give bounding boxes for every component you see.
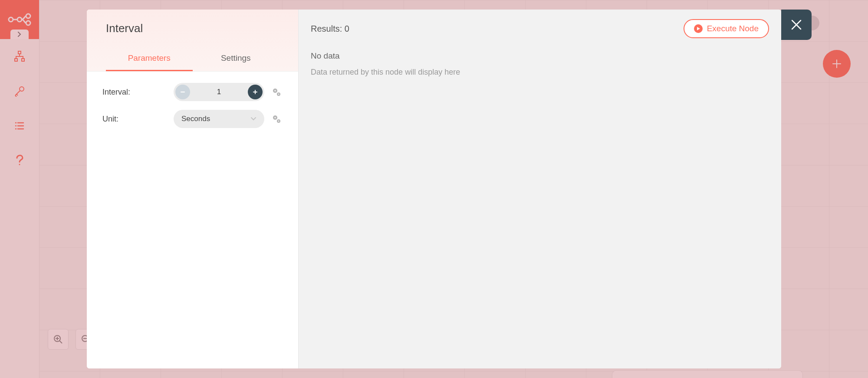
svg-point-12 bbox=[274, 90, 276, 92]
plus-icon bbox=[253, 89, 258, 95]
unit-select[interactable]: Seconds bbox=[174, 110, 264, 128]
execute-node-label: Execute Node bbox=[707, 24, 759, 33]
panel-header: Interval Parameters Settings bbox=[87, 10, 298, 71]
execute-node-button[interactable]: Execute Node bbox=[684, 19, 769, 38]
param-label-unit: Unit: bbox=[102, 115, 168, 124]
tab-parameters[interactable]: Parameters bbox=[106, 47, 193, 71]
node-config-panel: Interval Parameters Settings Interval: 1 bbox=[87, 10, 299, 368]
play-icon bbox=[694, 24, 703, 33]
svg-point-17 bbox=[278, 121, 279, 122]
node-title: Interval bbox=[106, 22, 279, 35]
unit-options-button[interactable] bbox=[270, 113, 283, 125]
chevron-down-icon bbox=[250, 117, 256, 121]
interval-options-button[interactable] bbox=[270, 86, 283, 98]
close-modal-button[interactable] bbox=[781, 10, 812, 40]
results-header: Results: 0 Execute Node bbox=[311, 19, 769, 38]
param-row-interval: Interval: 1 bbox=[102, 83, 283, 101]
config-tabs: Parameters Settings bbox=[106, 47, 279, 71]
tab-settings[interactable]: Settings bbox=[193, 47, 279, 71]
interval-value[interactable]: 1 bbox=[190, 88, 248, 96]
no-data-title: No data bbox=[311, 51, 769, 61]
minus-icon bbox=[180, 89, 185, 95]
parameters-body: Interval: 1 U bbox=[87, 71, 298, 148]
gears-icon bbox=[272, 87, 281, 97]
unit-select-value: Seconds bbox=[181, 115, 210, 123]
param-label-interval: Interval: bbox=[102, 88, 168, 97]
svg-point-16 bbox=[274, 117, 276, 118]
increment-button[interactable] bbox=[248, 85, 263, 99]
close-icon bbox=[790, 18, 803, 31]
svg-point-13 bbox=[278, 94, 279, 95]
gears-icon bbox=[272, 114, 281, 124]
decrement-button[interactable] bbox=[175, 85, 190, 99]
interval-number-input[interactable]: 1 bbox=[174, 83, 264, 101]
param-row-unit: Unit: Seconds bbox=[102, 110, 283, 128]
results-count: Results: 0 bbox=[311, 24, 349, 34]
node-editor-modal: Interval Parameters Settings Interval: 1 bbox=[87, 10, 781, 368]
node-output-panel: Results: 0 Execute Node No data Data ret… bbox=[299, 10, 781, 368]
no-data-subtitle: Data returned by this node will display … bbox=[311, 68, 769, 77]
